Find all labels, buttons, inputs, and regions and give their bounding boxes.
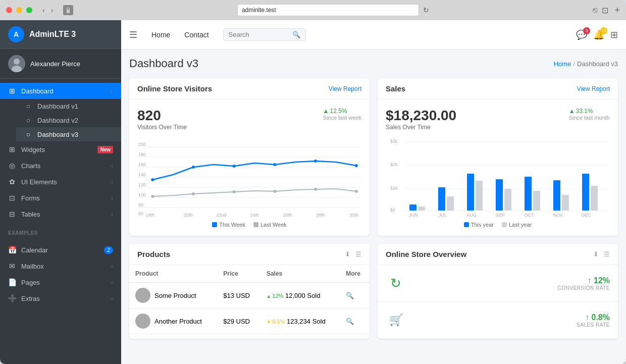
chevron-icon: ‹ xyxy=(111,263,113,269)
svg-text:SEP: SEP xyxy=(496,213,505,218)
sidebar-item-forms[interactable]: ⊡ Forms ‹ xyxy=(0,190,121,206)
search-box[interactable]: 🔍 xyxy=(223,28,306,41)
svg-text:20th: 20th xyxy=(184,213,193,218)
more-cell[interactable]: 🔍 xyxy=(340,308,370,334)
chevron-icon: ‹ xyxy=(111,163,113,169)
messages-button[interactable]: 💬 3 xyxy=(576,29,587,40)
overview-card-body: ↻ ↑ 12% CONVERSION RATE 🛒 ↑ 0.8% xyxy=(378,265,618,339)
this-year-legend: This year xyxy=(464,222,494,228)
last-week-dot xyxy=(253,222,258,227)
visitors-stat-left: 820 Visitors Over Time xyxy=(137,108,187,131)
fullscreen-button[interactable]: ⊡ xyxy=(602,6,608,15)
sidebar-item-dashboard-v3[interactable]: ○ Dashboard v3 xyxy=(16,127,121,141)
search-icon: 🔍 xyxy=(292,31,300,38)
more-cell[interactable]: 🔍 xyxy=(340,283,370,308)
new-tab-button[interactable]: + xyxy=(614,5,620,16)
notifications-button[interactable]: 🔔 15 xyxy=(593,29,604,40)
grid-menu-button[interactable]: ⊞ xyxy=(610,29,618,40)
table-row: Some Product $13 USD 12% 12,000 Sold xyxy=(129,283,370,308)
sidebar-item-charts[interactable]: ◎ Charts ‹ xyxy=(0,158,121,174)
svg-rect-46 xyxy=(409,204,416,211)
sidebar-item-ui-elements[interactable]: ✿ UI Elements ‹ xyxy=(0,174,121,190)
product-name-cell: Some Product xyxy=(135,288,211,303)
visitors-period: Since last week xyxy=(323,115,361,121)
titlebar: ‹ › adminlte.test ↻ ⎋ ⊡ + xyxy=(0,0,626,20)
download-icon[interactable]: ⬇ xyxy=(593,250,599,258)
svg-text:OCT: OCT xyxy=(525,213,535,218)
sidebar-item-calendar[interactable]: 📅 Calendar 2 xyxy=(0,242,121,258)
last-week-legend: Last Week xyxy=(253,222,287,228)
sidebar-item-widgets[interactable]: ⊞ Widgets New xyxy=(0,141,121,158)
topnav-contact-link[interactable]: Contact xyxy=(178,27,215,43)
url-bar[interactable]: adminlte.test xyxy=(237,4,419,16)
price-cell: $29 USD xyxy=(217,308,260,334)
products-card-body: Product Price Sales More xyxy=(129,265,370,334)
products-card: Products ⬇ ☰ Product xyxy=(129,244,370,339)
user-panel: Alexander Pierce xyxy=(0,49,121,79)
share-button[interactable]: ⎋ xyxy=(593,6,598,15)
sidebar-item-mailbox[interactable]: ✉ Mailbox ‹ xyxy=(0,258,121,274)
examples-nav: 📅 Calendar 2 ✉ Mailbox ‹ 📄 Pages ‹ ➕ Ext… xyxy=(0,238,121,310)
svg-point-27 xyxy=(233,190,236,193)
search-input[interactable] xyxy=(229,31,289,38)
calendar-icon: 📅 xyxy=(8,246,16,254)
sales-view-report[interactable]: View Report xyxy=(577,85,610,92)
topnav: ☰ Home Contact 🔍 💬 3 🔔 15 xyxy=(121,20,626,49)
chevron-icon: ‹ xyxy=(111,295,113,301)
refresh-button[interactable]: ↻ xyxy=(423,6,429,14)
svg-rect-48 xyxy=(438,187,445,211)
url-text: adminlte.test xyxy=(242,7,276,14)
close-button[interactable] xyxy=(6,7,12,13)
topnav-home-link[interactable]: Home xyxy=(145,27,176,43)
visitors-card-body: 820 Visitors Over Time ▲ 12.5% Since las… xyxy=(129,99,370,236)
sidebar-item-pages[interactable]: 📄 Pages ‹ xyxy=(0,274,121,290)
sidebar: A AdminLTE 3 Alexander Pierce ⊞ Dashboar… xyxy=(0,20,121,364)
sidebar-item-dashboard[interactable]: ⊞ Dashboard ∨ xyxy=(0,83,121,99)
breadcrumb-home[interactable]: Home xyxy=(554,60,571,68)
sales-card: Sales View Report $18,230.00 Sales Over … xyxy=(378,78,618,236)
sidebar-item-dashboard-v2[interactable]: ○ Dashboard v2 xyxy=(16,113,121,127)
examples-section-header: EXAMPLES xyxy=(0,226,121,238)
sidebar-item-label: Dashboard xyxy=(21,87,104,95)
messages-badge: 3 xyxy=(583,27,590,34)
product-cell: Another Product xyxy=(129,308,217,334)
table-row: Another Product $29 USD 0.5% 123,234 Sol… xyxy=(129,308,370,334)
back-button[interactable]: ‹ xyxy=(40,5,47,15)
menu-toggle[interactable]: ☰ xyxy=(129,29,137,40)
chevron-icon: ∨ xyxy=(109,88,113,94)
sales-card-title: Sales xyxy=(386,84,405,93)
menu-icon[interactable]: ☰ xyxy=(604,250,610,258)
forward-button[interactable]: › xyxy=(49,5,56,15)
overview-title: Online Store Overview xyxy=(386,250,466,258)
download-icon[interactable]: ⬇ xyxy=(345,250,350,258)
svg-text:28th: 28th xyxy=(316,213,325,218)
svg-rect-58 xyxy=(582,174,589,211)
main-nav: ⊞ Dashboard ∨ ○ Dashboard v1 ○ Dashboard… xyxy=(0,79,121,226)
maximize-button[interactable] xyxy=(26,7,32,13)
sales-stat-left: $18,230.00 Sales Over Time xyxy=(386,108,456,131)
svg-text:AUG: AUG xyxy=(466,213,477,218)
nav-arrows: ‹ › xyxy=(40,5,55,15)
arrow-up-icon: ▲ xyxy=(323,108,329,115)
svg-rect-52 xyxy=(496,179,503,211)
col-product: Product xyxy=(129,265,217,283)
overview-card-header: Online Store Overview ⬇ ☰ xyxy=(378,244,618,265)
menu-icon[interactable]: ☰ xyxy=(355,250,361,258)
arrow-up-icon: ▲ xyxy=(569,108,575,115)
svg-point-22 xyxy=(273,163,276,166)
ui-icon: ✿ xyxy=(8,178,16,186)
svg-rect-54 xyxy=(525,177,532,211)
sales-label: Sales Over Time xyxy=(386,124,456,131)
conversion-rate-row: ↻ ↑ 12% CONVERSION RATE xyxy=(378,265,618,302)
page-title: Dashboard v3 xyxy=(129,57,198,70)
minimize-button[interactable] xyxy=(16,7,22,13)
visitors-card-title: Online Store Visitors xyxy=(137,84,212,93)
sidebar-item-extras[interactable]: ➕ Extras ‹ xyxy=(0,290,121,306)
visitors-view-report[interactable]: View Report xyxy=(329,85,361,92)
svg-point-28 xyxy=(273,190,276,193)
sidebar-item-dashboard-v1[interactable]: ○ Dashboard v1 xyxy=(16,99,121,113)
pages-icon: 📄 xyxy=(8,278,16,286)
svg-text:JUL: JUL xyxy=(439,213,447,218)
sidebar-item-tables[interactable]: ⊟ Tables ‹ xyxy=(0,206,121,222)
sales-amount: $18,230.00 xyxy=(386,108,456,124)
